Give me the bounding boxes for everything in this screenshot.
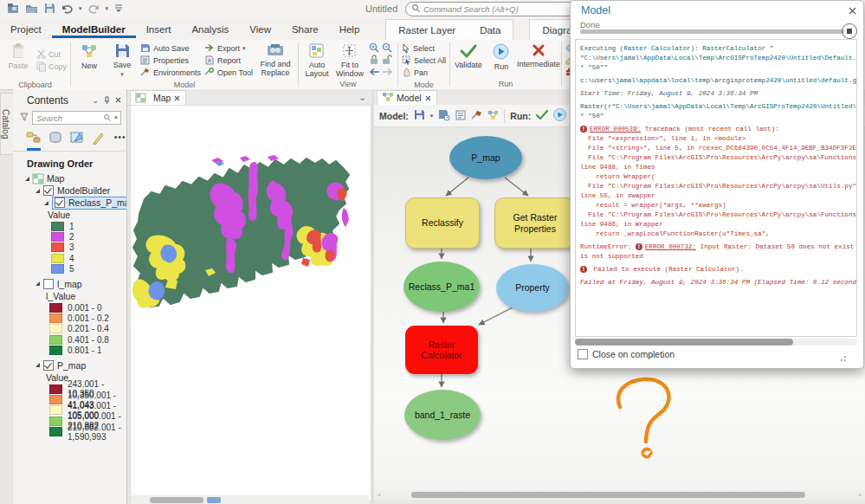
tab-help[interactable]: Help xyxy=(329,21,371,38)
lock-icon[interactable] xyxy=(370,55,378,67)
copy-button[interactable]: Copy xyxy=(36,61,67,72)
model-autosave-icon[interactable] xyxy=(438,109,450,122)
layer-reclass[interactable]: Reclass_P_ma1:Reclas... xyxy=(13,197,126,209)
find-and-replace-button[interactable]: Find and Replace xyxy=(256,42,294,78)
layer-modelbuilder[interactable]: ModelBuilder xyxy=(13,184,126,197)
expander-icon[interactable] xyxy=(36,189,40,193)
save-model-button[interactable]: Save▾ xyxy=(107,42,137,79)
model-properties-icon[interactable] xyxy=(455,110,466,122)
close-model-tab-icon[interactable] xyxy=(425,93,431,103)
lmap-checkbox[interactable] xyxy=(43,279,54,289)
model-horizontal-scrollbar[interactable]: ‹ › xyxy=(374,490,865,500)
zoom-in-icon[interactable] xyxy=(369,42,379,55)
console-output[interactable]: Executing (Raster Calculator): RasterCal… xyxy=(575,39,857,337)
model-node-raster-calculator[interactable]: Raster Calculator xyxy=(405,326,478,374)
dialog-close-icon[interactable] xyxy=(849,6,856,16)
redo-dropdown-icon[interactable]: ▾ xyxy=(106,5,109,12)
expander-icon[interactable] xyxy=(44,201,48,205)
forward-arrow-icon[interactable] xyxy=(382,68,393,78)
map-view-tab[interactable]: Map xyxy=(130,90,186,105)
filter-icon[interactable] xyxy=(20,113,29,123)
model-node-get-raster-properties[interactable]: Get Raster Properties xyxy=(494,197,576,249)
model-save-icon[interactable] xyxy=(414,109,425,122)
model-environments-icon[interactable] xyxy=(471,110,482,122)
new-model-button[interactable]: New xyxy=(74,42,104,71)
modelbuilder-checkbox[interactable] xyxy=(43,185,54,196)
scroll-right-icon[interactable]: › xyxy=(855,491,865,499)
intermediate-button[interactable]: Intermediate xyxy=(520,42,558,69)
run-button[interactable]: Run xyxy=(487,42,516,72)
model-run-icon[interactable] xyxy=(553,108,566,123)
layer-lmap[interactable]: l_map xyxy=(13,278,126,290)
model-node-reclass-p-ma1[interactable]: Reclass_P_ma1 xyxy=(403,262,480,312)
model-node-reclassify[interactable]: Reclassify xyxy=(405,197,480,249)
tab-editing-icon[interactable] xyxy=(93,132,106,151)
select-all-button[interactable]: Select All xyxy=(402,55,446,66)
tab-share[interactable]: Share xyxy=(281,21,329,38)
model-node-p-map[interactable]: P_map xyxy=(449,136,522,179)
redo-icon[interactable] xyxy=(88,3,100,14)
save-dropdown-icon[interactable]: ▾ xyxy=(120,71,124,77)
fit-to-window-button[interactable]: Fit to Window xyxy=(335,42,365,79)
reclass-checkbox[interactable] xyxy=(55,197,65,208)
expander-icon[interactable] xyxy=(36,363,40,367)
select-button[interactable]: Select xyxy=(402,43,446,54)
layer-map[interactable]: Map xyxy=(13,172,126,184)
map-tabstrip-chevron-icon[interactable]: ⌄ xyxy=(358,92,371,102)
error-code-link[interactable]: ERROR 000732: xyxy=(645,243,696,250)
pan-button[interactable]: Pan xyxy=(402,68,446,78)
model-save-dropdown-icon[interactable]: ▾ xyxy=(430,113,434,120)
map-horizontal-scrollbar[interactable] xyxy=(131,495,369,504)
model-node-property[interactable]: Property xyxy=(496,264,569,312)
model-node-band-1-raste[interactable]: band_1_raste xyxy=(404,390,481,440)
dialog-horizontal-scrollbar[interactable] xyxy=(575,339,857,346)
customize-toolbar-icon[interactable] xyxy=(114,3,123,13)
environments-button[interactable]: Environments xyxy=(140,68,201,78)
export-dropdown-icon[interactable]: ▾ xyxy=(242,45,246,52)
command-search-input[interactable]: Command Search (Alt+Q) xyxy=(405,2,578,16)
tab-analysis[interactable]: Analysis xyxy=(181,21,239,38)
tab-selection-icon[interactable] xyxy=(71,132,84,151)
stop-button[interactable] xyxy=(842,23,857,39)
model-validate-icon[interactable] xyxy=(536,110,548,121)
close-panel-icon[interactable] xyxy=(115,96,121,106)
tab-view[interactable]: View xyxy=(239,21,281,38)
scroll-left-icon[interactable]: ‹ xyxy=(374,491,384,499)
pmap-checkbox[interactable] xyxy=(43,360,54,371)
auto-layout-button[interactable]: Auto Layout xyxy=(302,42,332,79)
model-view-tab[interactable]: Model xyxy=(377,90,437,105)
model-properties-button[interactable]: Properties xyxy=(140,55,201,66)
new-project-icon[interactable] xyxy=(7,3,19,14)
layer-pmap[interactable]: P_map xyxy=(13,359,126,372)
tab-data[interactable]: Data xyxy=(468,22,513,39)
tab-project[interactable]: Project xyxy=(0,21,52,38)
open-project-icon[interactable] xyxy=(25,3,38,14)
undo-icon[interactable] xyxy=(61,3,73,14)
back-arrow-icon[interactable] xyxy=(369,68,380,78)
panel-menu-chevron-icon[interactable]: ⌄ xyxy=(92,96,99,106)
tab-raster-layer[interactable]: Raster Layer xyxy=(386,22,468,39)
contents-search-input[interactable]: Search ▾ xyxy=(32,111,121,125)
open-tool-button[interactable]: Open Tool xyxy=(204,68,253,78)
model-layout-icon[interactable] xyxy=(487,110,499,122)
tab-data-source-icon[interactable] xyxy=(49,132,62,151)
dialog-resize-grip[interactable] xyxy=(840,353,849,362)
map-canvas[interactable] xyxy=(130,105,371,501)
export-button[interactable]: Export▾ xyxy=(204,43,253,54)
cut-button[interactable]: Cut xyxy=(36,49,67,60)
report-button[interactable]: Report xyxy=(204,55,253,66)
expander-icon[interactable] xyxy=(25,177,29,181)
paste-button[interactable]: Paste xyxy=(3,42,33,71)
tab-drawing-order-icon[interactable] xyxy=(27,132,41,151)
close-on-completion-checkbox[interactable] xyxy=(578,349,588,359)
close-map-tab-icon[interactable] xyxy=(174,93,180,103)
validate-button[interactable]: Validate xyxy=(454,42,483,70)
more-tabs-icon[interactable]: ••• xyxy=(113,132,126,151)
save-project-icon[interactable] xyxy=(44,3,55,14)
error-code-link[interactable]: ERROR 000539: xyxy=(590,126,641,132)
contents-search-dropdown-icon[interactable]: ▾ xyxy=(113,114,117,121)
undo-dropdown-icon[interactable]: ▾ xyxy=(79,5,82,12)
auto-save-button[interactable]: Auto Save xyxy=(140,43,201,54)
zoom-out-icon[interactable] xyxy=(382,42,392,55)
expander-icon[interactable] xyxy=(36,281,40,286)
